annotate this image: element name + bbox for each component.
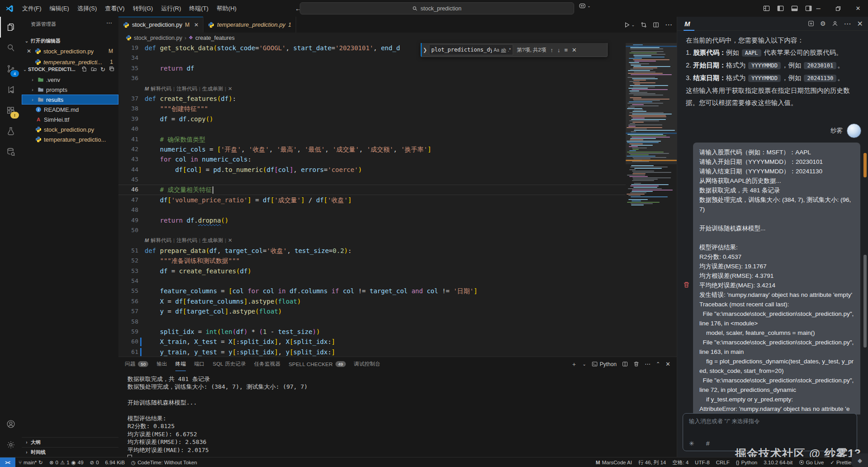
sidebar-section-大纲[interactable]: ›大纲: [22, 437, 118, 447]
tree-item-READMEmd[interactable]: iREADME.md: [22, 105, 118, 114]
menu-item[interactable]: 查看(V): [101, 3, 128, 14]
codelens-action[interactable]: 生成单测: [202, 84, 223, 94]
codelens-action[interactable]: 解释代码: [151, 235, 171, 245]
panel-tab-任务监视器[interactable]: 任务监视器: [254, 357, 281, 371]
status-git-branch[interactable]: ⑂main*↻: [15, 457, 46, 467]
code-editor[interactable]: 19def get_stock_data(stock_code='GOOGL',…: [118, 43, 626, 357]
editor-tab[interactable]: temperature_prediction.py1: [203, 17, 296, 33]
find-in-selection-icon[interactable]: ≡: [564, 47, 568, 53]
status-file-size[interactable]: 6.94 KiB: [102, 457, 128, 467]
status-remote[interactable]: ><: [0, 457, 15, 467]
split-terminal-icon[interactable]: [622, 361, 628, 367]
new-folder-icon[interactable]: [91, 66, 97, 73]
status-marscode-ai[interactable]: MMarsCode AI: [593, 457, 635, 467]
status-blocked[interactable]: ⊘0: [87, 457, 102, 467]
new-file-icon[interactable]: [81, 66, 87, 73]
run-button[interactable]: ⌄: [624, 22, 635, 28]
whole-word-icon[interactable]: ab: [501, 48, 506, 52]
activity-item-search[interactable]: [0, 38, 22, 58]
activity-item-source-control[interactable]: 4: [0, 58, 22, 79]
account-icon[interactable]: [832, 20, 838, 27]
panel-tab-SPELL CHECKER[interactable]: SPELL CHECKER49: [288, 357, 345, 371]
more-actions-icon[interactable]: ⋯: [645, 361, 651, 367]
panel-tab-端口[interactable]: 端口: [194, 357, 204, 371]
copilot-button[interactable]: ⌄: [579, 3, 591, 9]
more-actions-icon[interactable]: ⋯: [665, 20, 672, 29]
terminal-output[interactable]: 数据获取完成，共 481 条记录数据预处理完成，训练集大小: (384, 7),…: [127, 375, 307, 462]
close-icon[interactable]: ✕: [572, 47, 577, 53]
codelens-action[interactable]: 解释代码: [151, 84, 171, 94]
new-chat-icon[interactable]: [808, 20, 814, 27]
editor-tab[interactable]: stock_prediction.pyM✕: [118, 17, 203, 33]
more-actions-icon[interactable]: ⋯: [844, 19, 851, 28]
tree-item-venv[interactable]: ›.venv: [22, 75, 118, 85]
tree-item-prompts[interactable]: ›prompts: [22, 85, 118, 95]
menu-item[interactable]: 转到(G): [129, 3, 157, 14]
activity-item-testing[interactable]: [0, 121, 22, 142]
codelens-action[interactable]: 注释代码: [176, 235, 197, 245]
activity-item-extensions[interactable]: !: [0, 100, 22, 121]
menu-item[interactable]: 运行(R): [157, 3, 185, 14]
split-editor-icon[interactable]: [653, 22, 659, 28]
maximize-panel-icon[interactable]: ⌃: [656, 361, 660, 367]
close-icon[interactable]: ✕: [194, 22, 198, 28]
refresh-icon[interactable]: ↻: [100, 66, 105, 73]
more-actions-icon[interactable]: ⋯: [106, 19, 112, 26]
codelens-close-icon[interactable]: ✕: [228, 84, 232, 94]
new-terminal-icon[interactable]: ＋: [571, 360, 577, 368]
status-cursor-position[interactable]: 行 46, 列 14: [635, 457, 669, 467]
close-icon[interactable]: ✕: [25, 48, 33, 54]
open-editor-item[interactable]: ✕stock_prediction.pyM: [22, 46, 118, 57]
open-editors-header[interactable]: ⌄ 打开的编辑器: [22, 36, 118, 46]
panel-tab-调试控制台[interactable]: 调试控制台: [354, 357, 381, 371]
status-eol[interactable]: CRLF: [713, 457, 733, 467]
match-case-icon[interactable]: Aa: [494, 48, 499, 52]
activity-item-run-debug[interactable]: [0, 79, 22, 100]
breadcrumb-file[interactable]: stock_prediction.py: [134, 35, 182, 41]
toggle-sidebar-icon[interactable]: [777, 5, 784, 12]
activity-item-settings[interactable]: [0, 434, 22, 455]
codelens-action[interactable]: 注释代码: [176, 84, 197, 94]
regex-icon[interactable]: .*: [508, 48, 511, 52]
status-codetime[interactable]: ◷CodeTime: Without Token: [128, 457, 200, 467]
chat-scrollbar-thumb[interactable]: [863, 255, 867, 348]
panel-tab-输出[interactable]: 输出: [156, 357, 167, 371]
find-expand-toggle-icon[interactable]: ❯: [421, 43, 428, 57]
status-go-live[interactable]: ⦿Go Live: [796, 457, 827, 467]
menu-item[interactable]: 帮助(H): [212, 3, 241, 14]
find-input[interactable]: plot_predictions_dynai Aa ab .*: [429, 44, 513, 55]
menu-item[interactable]: 选择(S): [73, 3, 101, 14]
menu-item[interactable]: 终端(T): [185, 3, 212, 14]
menu-item[interactable]: 文件(F): [18, 3, 46, 14]
menu-item[interactable]: 编辑(E): [46, 3, 73, 14]
minimap[interactable]: [626, 43, 677, 357]
close-icon[interactable]: ✕: [848, 0, 868, 17]
restore-button[interactable]: [828, 0, 848, 17]
minimize-button[interactable]: ─: [808, 0, 828, 17]
settings-gear-icon[interactable]: ⚙: [820, 20, 826, 27]
status-language-mode[interactable]: {}Python: [733, 457, 761, 467]
commands-icon[interactable]: ✳: [689, 440, 694, 447]
kill-terminal-icon[interactable]: [633, 361, 639, 367]
terminal-dropdown-icon[interactable]: ⌄: [582, 362, 586, 367]
tree-item-stockpredictionpy[interactable]: stock_prediction.py: [22, 124, 118, 134]
status-problems[interactable]: ⊗0⚠1◉49: [46, 457, 87, 467]
status-indentation[interactable]: 空格: 4: [669, 457, 692, 467]
previous-match-icon[interactable]: ↑: [550, 47, 553, 53]
customize-layout-icon[interactable]: [763, 5, 770, 12]
chat-input[interactable]: 输入消息或者 "/" 来选择指令 ✳ #: [683, 413, 857, 451]
status-interpreter[interactable]: 3.10.2 64-bit: [760, 457, 796, 467]
codelens-close-icon[interactable]: ✕: [228, 235, 232, 245]
next-match-icon[interactable]: ↓: [557, 47, 561, 53]
breadcrumb-symbol[interactable]: create_features: [195, 35, 235, 41]
toggle-panel-icon[interactable]: [791, 5, 798, 12]
sidebar-section-时间线[interactable]: ›时间线: [22, 447, 118, 457]
close-panel-icon[interactable]: ✕: [665, 361, 670, 367]
terminal-instance[interactable]: Python: [592, 361, 617, 367]
tree-item-SimHeittf[interactable]: ASimHei.ttf: [22, 114, 118, 124]
context-icon[interactable]: #: [706, 440, 710, 447]
tree-item-results[interactable]: ›results: [22, 95, 118, 105]
collapse-all-icon[interactable]: [109, 66, 115, 73]
activity-item-explorer[interactable]: [0, 17, 22, 38]
codelens-action[interactable]: 生成单测: [202, 235, 223, 245]
